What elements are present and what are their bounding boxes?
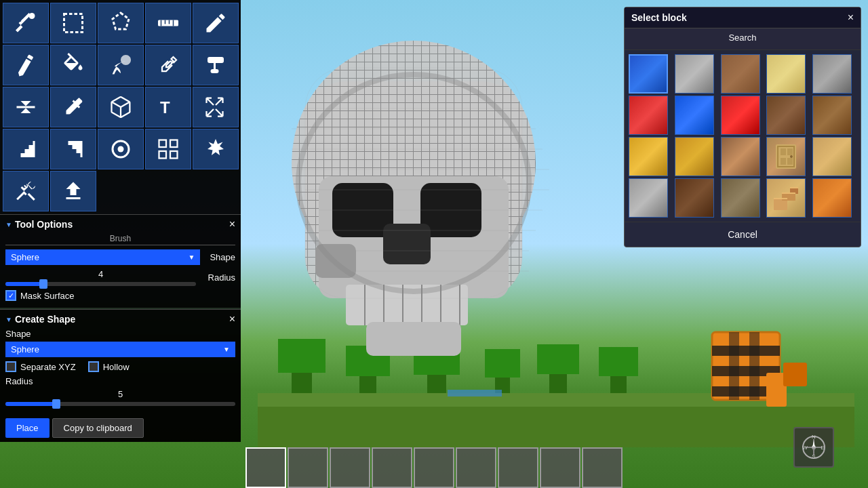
hotbar-slot-5[interactable] xyxy=(414,447,454,488)
tool-options-close-button[interactable]: × xyxy=(229,219,235,230)
block-item-blue[interactable] xyxy=(629,54,668,94)
hotbar-slot-2[interactable] xyxy=(288,447,328,488)
block-item-stair[interactable] xyxy=(766,178,806,218)
svg-line-68 xyxy=(112,102,121,107)
brush-tool[interactable] xyxy=(193,3,239,43)
block-item-chest[interactable] xyxy=(721,137,760,176)
create-shape-dropdown-row: Sphere ▼ xyxy=(5,342,235,357)
svg-rect-77 xyxy=(170,151,178,159)
place-button[interactable]: Place xyxy=(5,418,50,438)
explosion-tool[interactable] xyxy=(193,129,239,169)
cube-tool[interactable] xyxy=(98,87,144,127)
separate-xyz-checkbox[interactable] xyxy=(5,361,16,372)
svg-rect-63 xyxy=(214,63,216,69)
rect-select-tool[interactable] xyxy=(50,3,96,43)
svg-marker-67 xyxy=(21,108,31,114)
stairs-up-tool[interactable] xyxy=(3,129,49,169)
svg-rect-47 xyxy=(712,346,780,356)
svg-rect-91 xyxy=(787,148,793,155)
radius-section-label: Radius xyxy=(5,376,235,386)
radius-label: Radius xyxy=(201,272,235,283)
svg-text:S: S xyxy=(812,453,815,460)
block-item-orange[interactable] xyxy=(812,178,852,218)
radius-slider-thumb[interactable] xyxy=(39,279,47,289)
shape-dropdown[interactable]: Sphere ▼ xyxy=(5,249,200,265)
magic-wand-tool[interactable] xyxy=(3,3,49,43)
grid-tool[interactable] xyxy=(145,129,191,169)
skull-model xyxy=(251,14,604,447)
hotbar-slot-6[interactable] xyxy=(456,447,496,488)
bottom-buttons: Place Copy to clipboard xyxy=(0,414,241,442)
mask-surface-checkbox[interactable]: ✓ xyxy=(5,290,16,301)
plant-tool[interactable] xyxy=(98,45,144,85)
circle-tool[interactable] xyxy=(98,129,144,169)
dialog-header: Select block × xyxy=(625,7,861,28)
svg-marker-56 xyxy=(113,13,129,29)
text-tool[interactable]: T xyxy=(145,87,191,127)
create-shape-radius-row: 5 xyxy=(5,389,235,406)
svg-rect-51 xyxy=(749,332,760,400)
stairs-down-tool[interactable] xyxy=(50,129,96,169)
hollow-label: Hollow xyxy=(103,362,130,372)
radius-slider-track[interactable] xyxy=(5,282,196,286)
eyedropper-tool[interactable] xyxy=(50,87,96,127)
pencil-tool[interactable] xyxy=(3,45,49,85)
block-item-stone-brick[interactable] xyxy=(812,54,852,94)
hotbar-slot-1[interactable] xyxy=(245,447,286,488)
hotbar-slot-4[interactable] xyxy=(372,447,412,488)
radius-value-display: 4 xyxy=(5,269,196,279)
dialog-close-button[interactable]: × xyxy=(848,12,854,24)
resize-tool[interactable] xyxy=(193,87,239,127)
tool-options-label: Tool Options xyxy=(15,219,73,230)
hotbar-slot-7[interactable] xyxy=(498,447,538,488)
svg-rect-62 xyxy=(208,57,224,63)
svg-rect-99 xyxy=(782,192,795,194)
block-item-sand[interactable] xyxy=(766,54,806,94)
svg-rect-92 xyxy=(781,158,786,165)
create-shape-dropdown[interactable]: Sphere ▼ xyxy=(5,342,235,357)
cancel-button[interactable]: Cancel xyxy=(714,226,771,243)
block-item-dirt[interactable] xyxy=(721,54,760,94)
fill-tool[interactable] xyxy=(50,45,96,85)
block-item-goldbar[interactable] xyxy=(675,137,714,176)
block-item-stone[interactable] xyxy=(675,54,714,94)
block-item-darklog[interactable] xyxy=(675,178,714,218)
dialog-search-area: Search xyxy=(625,28,861,50)
upload-tool[interactable] xyxy=(50,171,96,211)
block-item-log[interactable] xyxy=(766,96,806,135)
hammer-tool[interactable] xyxy=(3,171,49,211)
create-shape-panel: ▼ Create Shape × Shape Sphere ▼ Separate… xyxy=(0,309,241,414)
create-shape-radius-track[interactable] xyxy=(5,402,235,406)
copy-to-clipboard-button[interactable]: Copy to clipboard xyxy=(52,418,144,438)
navigation-compass[interactable]: N S W E xyxy=(793,427,834,468)
ruler-tool[interactable] xyxy=(145,3,191,43)
tool-options-panel: ▼ Tool Options × Brush Sphere ▼ Shape 4 xyxy=(0,214,241,308)
pen-tool[interactable] xyxy=(145,45,191,85)
block-item-log2[interactable] xyxy=(812,96,852,135)
svg-rect-75 xyxy=(170,140,178,148)
hollow-checkbox[interactable] xyxy=(88,361,99,372)
hotbar-slot-3[interactable] xyxy=(330,447,370,488)
mask-surface-label: Mask Surface xyxy=(20,291,74,301)
flatten-tool[interactable] xyxy=(3,87,49,127)
tools-grid: T xyxy=(0,0,241,214)
create-shape-close-button[interactable]: × xyxy=(229,314,235,325)
shape-option-row: Sphere ▼ Shape xyxy=(5,249,235,265)
block-item-stone-slab[interactable] xyxy=(629,178,668,218)
paint-roller-tool[interactable] xyxy=(193,45,239,85)
freeform-select-tool[interactable] xyxy=(98,3,144,43)
block-item-door[interactable] xyxy=(766,137,806,176)
svg-rect-74 xyxy=(159,140,167,148)
block-item-gold[interactable] xyxy=(629,137,668,176)
shape-label: Shape xyxy=(210,252,235,262)
create-shape-radius-thumb[interactable] xyxy=(52,399,60,409)
block-item-oaklog[interactable] xyxy=(721,178,760,218)
svg-rect-35 xyxy=(366,322,461,356)
hotbar-slot-8[interactable] xyxy=(540,447,580,488)
block-item-plank[interactable] xyxy=(812,137,852,176)
block-item-redstone[interactable] xyxy=(721,96,760,135)
shape-dropdown-arrow: ▼ xyxy=(189,253,195,261)
hotbar-slot-9[interactable] xyxy=(582,447,623,488)
block-item-red[interactable] xyxy=(629,96,668,135)
block-item-blue-wool[interactable] xyxy=(675,96,714,135)
